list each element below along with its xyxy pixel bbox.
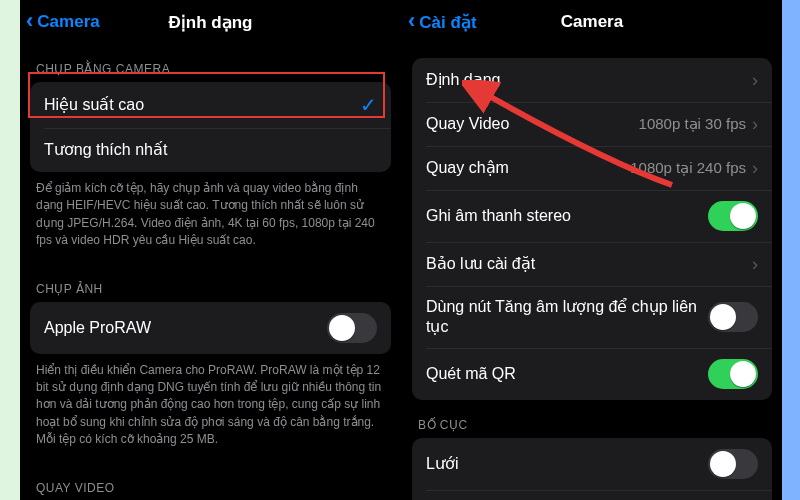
chevron-right-icon: › bbox=[752, 114, 758, 135]
section-header-photo: CHỤP ẢNH bbox=[20, 264, 401, 302]
scroll-content: Định dạng › Quay Video 1080p tại 30 fps … bbox=[402, 44, 782, 500]
group-photo: Apple ProRAW bbox=[30, 302, 391, 354]
chevron-right-icon: › bbox=[752, 158, 758, 179]
cell-label: Tương thích nhất bbox=[44, 140, 377, 160]
page-title: Định dạng bbox=[169, 12, 253, 33]
scroll-content: CHỤP BẰNG CAMERA Hiệu suất cao ✓ Tương t… bbox=[20, 44, 401, 500]
cell-volume-burst[interactable]: Dùng nút Tăng âm lượng để chụp liên tục bbox=[412, 286, 772, 348]
cell-label: Apple ProRAW bbox=[44, 318, 327, 338]
header: ‹ Cài đặt Camera bbox=[402, 0, 782, 44]
cell-formats[interactable]: Định dạng › bbox=[412, 58, 772, 102]
phone-right-camera: ‹ Cài đặt Camera Định dạng › Quay Video … bbox=[401, 0, 782, 500]
cell-high-efficiency[interactable]: Hiệu suất cao ✓ bbox=[30, 82, 391, 128]
checkmark-icon: ✓ bbox=[360, 93, 377, 117]
cell-slo-mo[interactable]: Quay chậm 1080p tại 240 fps › bbox=[412, 146, 772, 190]
cell-proraw[interactable]: Apple ProRAW bbox=[30, 302, 391, 354]
group-capture-format: Hiệu suất cao ✓ Tương thích nhất bbox=[30, 82, 391, 172]
header: ‹ Camera Định dạng bbox=[20, 0, 401, 44]
cell-label: Định dạng bbox=[426, 70, 752, 90]
cell-preserve-settings[interactable]: Bảo lưu cài đặt › bbox=[412, 242, 772, 286]
back-button[interactable]: ‹ Cài đặt bbox=[408, 0, 477, 44]
section-footer-photo: Hiển thị điều khiển Camera cho ProRAW. P… bbox=[20, 354, 401, 463]
group-layout: Lưới Đối xứng camera trước Xem bên ngoài… bbox=[412, 438, 772, 500]
cell-label: Quay chậm bbox=[426, 158, 630, 178]
cell-label: Quay Video bbox=[426, 114, 639, 134]
section-header-layout: BỐ CỤC bbox=[402, 400, 782, 438]
cell-label: Ghi âm thanh stereo bbox=[426, 206, 708, 226]
chevron-left-icon: ‹ bbox=[26, 10, 33, 32]
back-label: Camera bbox=[37, 12, 99, 32]
section-footer-capture: Để giảm kích cỡ tệp, hãy chụp ảnh và qua… bbox=[20, 172, 401, 264]
chevron-right-icon: › bbox=[752, 254, 758, 275]
back-label: Cài đặt bbox=[419, 12, 476, 33]
phone-left-formats: ‹ Camera Định dạng CHỤP BẰNG CAMERA Hiệu… bbox=[20, 0, 401, 500]
cell-stereo-audio[interactable]: Ghi âm thanh stereo bbox=[412, 190, 772, 242]
page-title: Camera bbox=[561, 12, 623, 32]
section-header-capture: CHỤP BẰNG CAMERA bbox=[20, 44, 401, 82]
toggle-qr[interactable] bbox=[708, 359, 758, 389]
toggle-proraw[interactable] bbox=[327, 313, 377, 343]
cell-mirror-front[interactable]: Đối xứng camera trước bbox=[412, 490, 772, 500]
chevron-right-icon: › bbox=[752, 70, 758, 91]
cell-value: 1080p tại 30 fps bbox=[639, 115, 746, 133]
toggle-stereo-audio[interactable] bbox=[708, 201, 758, 231]
cell-label: Quét mã QR bbox=[426, 364, 708, 384]
cell-most-compatible[interactable]: Tương thích nhất bbox=[30, 128, 391, 172]
group-main: Định dạng › Quay Video 1080p tại 30 fps … bbox=[412, 58, 772, 400]
toggle-grid[interactable] bbox=[708, 449, 758, 479]
cell-label: Hiệu suất cao bbox=[44, 95, 360, 115]
cell-label: Bảo lưu cài đặt bbox=[426, 254, 752, 274]
chevron-left-icon: ‹ bbox=[408, 10, 415, 32]
section-header-video: QUAY VIDEO bbox=[20, 463, 401, 500]
toggle-volume-burst[interactable] bbox=[708, 302, 758, 332]
cell-value: 1080p tại 240 fps bbox=[630, 159, 746, 177]
back-button[interactable]: ‹ Camera bbox=[26, 0, 100, 44]
cell-record-video[interactable]: Quay Video 1080p tại 30 fps › bbox=[412, 102, 772, 146]
cell-scan-qr[interactable]: Quét mã QR bbox=[412, 348, 772, 400]
cell-label: Dùng nút Tăng âm lượng để chụp liên tục bbox=[426, 297, 708, 337]
cell-label: Lưới bbox=[426, 454, 708, 474]
cell-grid[interactable]: Lưới bbox=[412, 438, 772, 490]
